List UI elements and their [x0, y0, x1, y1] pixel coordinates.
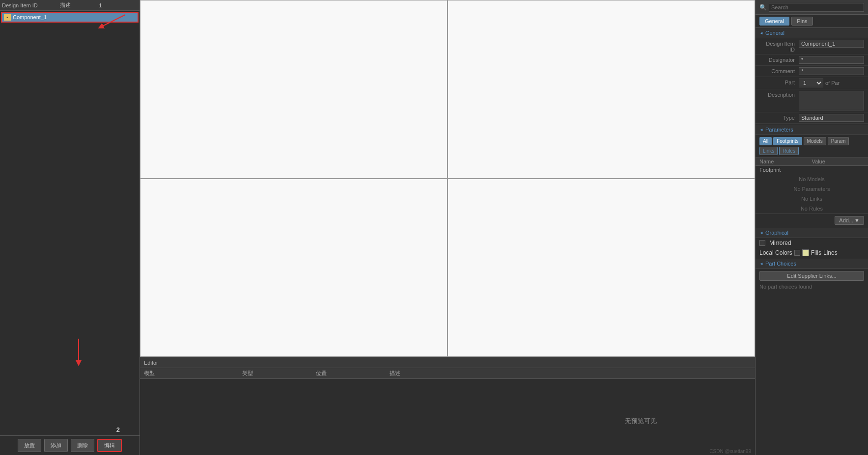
section-graphical: Graphical: [756, 228, 868, 238]
part-value-row: 1 of Par: [799, 79, 840, 87]
type-value: Standard: [799, 114, 864, 122]
footprint-value: [812, 167, 865, 173]
section-parameters-title: Parameters: [765, 127, 793, 133]
filter-models[interactable]: Models: [804, 137, 826, 145]
component-row[interactable]: ▪ Component_1: [1, 12, 139, 23]
annotation-2: 2: [116, 426, 120, 433]
search-area: 🔍: [756, 0, 868, 15]
canvas-quadrant-2: [448, 0, 755, 179]
canvas-quadrant-3: [140, 179, 448, 357]
add-arrow-icon: ▼: [854, 217, 860, 223]
filter-rules[interactable]: Rules: [779, 147, 799, 155]
editor-col-desc: 描述: [390, 370, 751, 377]
arrow-2-svg: [69, 334, 108, 373]
params-table-header: Name Value: [756, 158, 868, 166]
left-panel: Design Item ID 描述 1 ▪ Component_1 1: [0, 0, 140, 455]
search-icon: 🔍: [759, 4, 767, 11]
section-general: General: [756, 28, 868, 38]
filter-footprints[interactable]: Footprints: [773, 137, 802, 145]
editor-panel: Editor 模型 类型 位置 描述 无预览可见 CSDN @xuetian99: [140, 357, 755, 455]
col-number: 1: [99, 2, 138, 8]
component-label: Component_1: [13, 14, 47, 20]
property-type: Type Standard: [756, 112, 868, 124]
section-part-choices: Part Choices: [756, 259, 868, 269]
no-models-text: No Models: [756, 174, 868, 184]
property-design-item-id: Design Item ID Component_1: [756, 38, 868, 54]
canvas-area: [140, 0, 755, 357]
no-links-text: No Links: [756, 194, 868, 204]
edit-supplier-button[interactable]: Edit Supplier Links...: [759, 271, 864, 281]
description-value[interactable]: [799, 91, 864, 110]
type-label: Type: [759, 114, 799, 121]
lines-label: Lines: [823, 249, 838, 256]
no-part-choices-text: No part choices found: [756, 283, 868, 291]
filter-all[interactable]: All: [759, 137, 772, 145]
comment-value[interactable]: *: [799, 67, 864, 75]
left-panel-bottom: 放置 添加 删除 编辑: [0, 435, 140, 455]
local-colors-row: Local Colors Fills Lines: [756, 248, 868, 258]
fills-checkbox[interactable]: [794, 250, 800, 256]
editor-content: 无预览可见 CSDN @xuetian99: [140, 379, 755, 455]
right-tabs: General Pins: [756, 15, 868, 28]
place-button[interactable]: 放置: [18, 439, 41, 452]
section-graphical-title: Graphical: [765, 230, 788, 236]
editor-title: Editor: [144, 360, 158, 366]
edit-button[interactable]: 编辑: [97, 439, 122, 452]
property-description: Description: [756, 89, 868, 112]
design-item-id-label: Design Item ID: [759, 40, 799, 53]
part-label: Part: [759, 79, 799, 85]
section-part-choices-title: Part Choices: [765, 261, 796, 267]
right-panel: 🔍 General Pins General Design Item ID Co…: [755, 0, 868, 455]
col-description: 描述: [60, 1, 99, 9]
no-parameters-text: No Parameters: [756, 184, 868, 194]
property-comment: Comment *: [756, 66, 868, 77]
params-col-value: Value: [812, 159, 865, 164]
watermark: CSDN @xuetian99: [709, 449, 751, 454]
editor-col-model: 模型: [144, 370, 242, 377]
tab-general[interactable]: General: [759, 17, 789, 26]
filter-links[interactable]: Links: [759, 147, 778, 155]
mirrored-checkbox[interactable]: [759, 240, 765, 246]
part-select[interactable]: 1: [799, 79, 823, 87]
filter-param[interactable]: Param: [828, 137, 849, 145]
editor-col-type: 类型: [242, 370, 316, 377]
editor-table-header: 模型 类型 位置 描述: [140, 368, 755, 379]
editor-col-position: 位置: [316, 370, 390, 377]
mirrored-label: Mirrored: [769, 240, 791, 246]
add-button[interactable]: 添加: [44, 439, 68, 452]
no-rules-text: No Rules: [756, 204, 868, 214]
section-parameters: Parameters: [756, 125, 868, 135]
fills-color-swatch[interactable]: [802, 249, 809, 256]
canvas-quadrant-1: [140, 0, 448, 179]
canvas-quadrant-4: [448, 179, 755, 357]
footprint-row[interactable]: Footprint: [756, 166, 868, 174]
search-input[interactable]: [769, 3, 864, 12]
component-icon: ▪: [4, 14, 11, 21]
editor-panel-header: Editor: [140, 357, 755, 368]
graphical-mirrored-row: Mirrored: [756, 238, 868, 248]
left-panel-header: Design Item ID 描述 1: [0, 0, 140, 11]
add-button-params[interactable]: Add... ▼: [835, 216, 864, 225]
delete-button[interactable]: 删除: [71, 439, 94, 452]
design-item-id-value: Component_1: [799, 40, 864, 48]
no-preview-text: 无预览可见: [625, 417, 657, 426]
add-label: Add...: [839, 217, 853, 223]
params-filter-tabs: All Footprints Models Param Links Rules: [756, 135, 868, 158]
part-of-label: of Par: [825, 80, 840, 86]
comment-label: Comment: [759, 67, 799, 74]
designator-label: Designator: [759, 56, 799, 63]
fills-label: Fills: [811, 249, 821, 256]
add-btn-row: Add... ▼: [756, 214, 868, 227]
footprint-name: Footprint: [759, 167, 812, 173]
center-area: Editor 模型 类型 位置 描述 无预览可见 CSDN @xuetian99: [140, 0, 755, 455]
designator-value[interactable]: *: [799, 56, 864, 64]
description-label: Description: [759, 91, 799, 98]
property-designator: Designator *: [756, 54, 868, 66]
property-part: Part 1 of Par: [756, 77, 868, 89]
col-design-item-id: Design Item ID: [2, 2, 60, 8]
section-general-title: General: [765, 30, 784, 36]
local-colors-label: Local Colors: [759, 249, 792, 256]
tab-pins[interactable]: Pins: [791, 17, 812, 26]
params-col-name: Name: [759, 159, 812, 164]
